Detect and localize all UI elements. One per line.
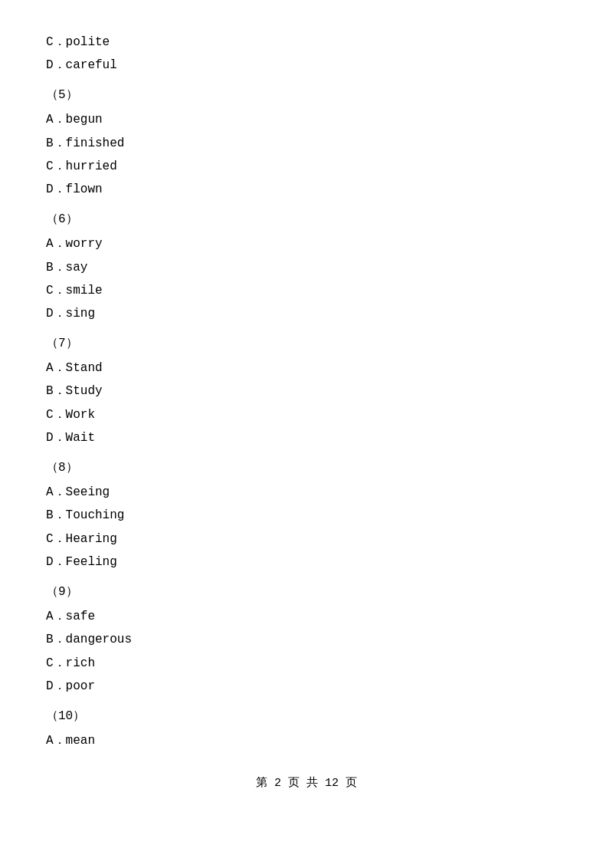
- line-b9: B．dangerous: [46, 628, 567, 651]
- line-d9: D．poor: [46, 675, 567, 698]
- line-q7: （7）: [46, 332, 567, 355]
- line-c5b: C．hurried: [46, 155, 567, 178]
- line-a10: A．mean: [46, 729, 567, 752]
- line-c8: C．Hearing: [46, 528, 567, 551]
- line-a5: A．begun: [46, 108, 567, 131]
- line-b7: B．Study: [46, 380, 567, 403]
- line-a9: A．safe: [46, 605, 567, 628]
- line-q8: （8）: [46, 456, 567, 479]
- page-footer: 第 2 页 共 12 页: [46, 775, 567, 790]
- line-b8: B．Touching: [46, 504, 567, 527]
- line-d7: D．Wait: [46, 426, 567, 449]
- line-q6: （6）: [46, 208, 567, 231]
- line-a8: A．Seeing: [46, 481, 567, 504]
- line-a6: A．worry: [46, 232, 567, 255]
- line-d8: D．Feeling: [46, 551, 567, 574]
- line-c6: C．smile: [46, 279, 567, 302]
- line-c5: C．polite: [46, 31, 567, 54]
- line-d5b: D．flown: [46, 178, 567, 201]
- line-a7: A．Stand: [46, 357, 567, 380]
- line-b5: B．finished: [46, 132, 567, 155]
- line-d5: D．careful: [46, 54, 567, 77]
- line-q9: （9）: [46, 580, 567, 603]
- line-d6: D．sing: [46, 302, 567, 325]
- line-c9: C．rich: [46, 652, 567, 675]
- line-b6: B．say: [46, 256, 567, 279]
- line-q10: （10）: [46, 705, 567, 728]
- line-c7: C．Work: [46, 403, 567, 426]
- line-q5: （5）: [46, 84, 567, 107]
